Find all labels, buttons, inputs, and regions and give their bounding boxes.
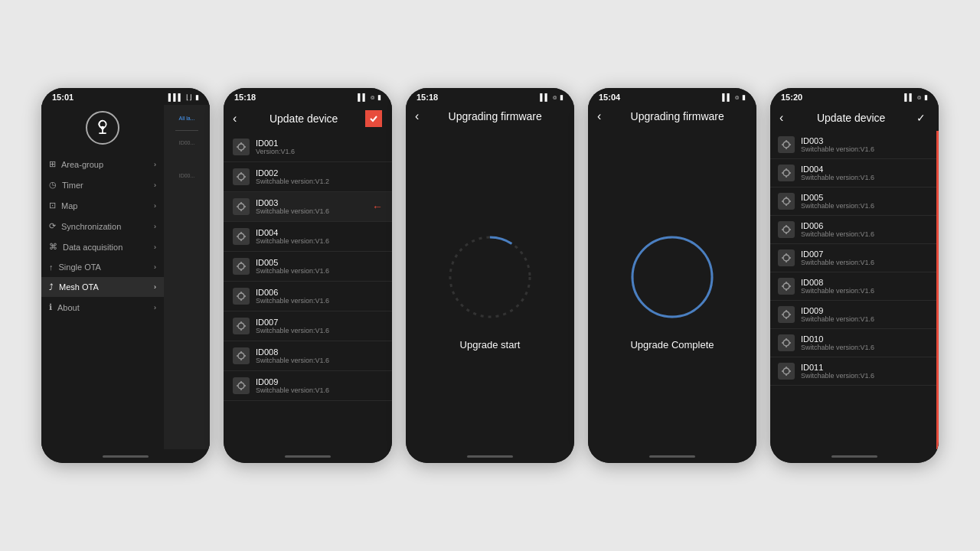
upgrade-content-3: Upgrade start [406,128,574,449]
phone5-item-4[interactable]: ID006 Switchable version:V1.6 [770,216,939,244]
menu-area-group[interactable]: ⊞ Area-group › [41,154,164,174]
back-button-3[interactable]: ‹ [415,109,419,123]
device-item-6[interactable]: ID006 Switchable version:V1.6 [224,282,392,311]
device-item-1[interactable]: ID001 Version:V1.6 [224,132,392,162]
device-item-8[interactable]: ID008 Switchable version:V1.6 [224,341,392,371]
device-version-1: Version:V1.6 [256,148,383,155]
device-icon-8 [233,347,250,364]
device-info-9: ID009 Switchable version:V1.6 [256,377,383,394]
svg-point-11 [450,237,530,317]
device-version-7: Switchable version:V1.6 [256,327,383,334]
time-4: 15:04 [599,93,620,102]
device-name-p5-8: ID010 [801,334,931,344]
device-version-p5-6: Switchable version:V1.6 [801,287,931,295]
home-indicator-3 [467,455,513,458]
phone5-item-8[interactable]: ID010 Switchable version:V1.6 [770,329,939,357]
signal-icon: ▌▌▌ [168,93,183,101]
check-button-5[interactable]: ✓ [913,109,929,126]
phone5-item-3[interactable]: ID005 Switchable version:V1.6 [770,187,939,216]
menu-timer[interactable]: ◷ Timer › [41,174,164,195]
phone5-item-7[interactable]: ID009 Switchable version:V1.6 [770,301,939,329]
side-panel-item4: ID00... [164,170,210,181]
area-group-label: Area-group [61,160,103,169]
progress-circle-4 [622,227,722,327]
svg-point-23 [783,368,789,374]
phone5: 15:20 ▌▌ ⌾ ▮ ‹ Update device ✓ ID003 Swi… [770,88,939,463]
status-icons-2: ▌▌ ⌾ ▮ [358,93,381,101]
red-arrow-icon: ← [372,201,383,213]
home-indicator-4 [649,455,695,458]
svg-point-19 [783,255,789,261]
device-version-p5-9: Switchable version:V1.6 [801,372,931,380]
menu-mesh-ota[interactable]: ⤴ Mesh OTA › [41,277,164,297]
signal-icon: ▌▌ [540,93,550,101]
home-indicator-1 [103,455,149,458]
wifi-icon: ⌾ [917,93,921,101]
device-item-4[interactable]: ID004 Switchable version:V1.6 [224,222,392,252]
device-item-3[interactable]: ID003 Switchable version:V1.6 ← [224,192,392,222]
menu-map[interactable]: ⊡ Map › [41,195,164,216]
svg-point-1 [101,126,105,130]
device-info-p5-9: ID011 Switchable version:V1.6 [801,363,931,380]
phone2-header: ‹ Update device [224,105,392,132]
battery-icon: ▮ [195,93,199,101]
device-item-7[interactable]: ID007 Switchable version:V1.6 [224,311,392,341]
svg-point-3 [238,174,244,180]
red-border-right [936,131,939,449]
device-icon-6 [233,288,250,305]
sync-icon: ⟳ [49,221,56,231]
device-item-2[interactable]: ID002 Switchable version:V1.2 [224,162,392,192]
light-icon [781,168,792,178]
sync-label: Synchronization [61,222,121,231]
device-icon-p5-4 [778,221,795,238]
svg-point-14 [632,237,712,317]
device-icon-4 [233,228,250,245]
device-icon-3 [233,198,250,215]
back-button-4[interactable]: ‹ [597,109,601,123]
device-item-5[interactable]: ID005 Switchable version:V1.6 [224,252,392,282]
status-icons-3: ▌▌ ⌾ ▮ [540,93,564,101]
chevron-icon: › [154,304,156,311]
about-label: About [57,303,80,312]
device-icon-p5-9 [778,363,795,380]
phone5-item-1[interactable]: ID003 Switchable version:V1.6 [770,131,939,159]
menu-single-ota[interactable]: ↑ Single OTA › [41,257,164,277]
device-info-5: ID005 Switchable version:V1.6 [256,258,383,275]
back-button-5[interactable]: ‹ [779,111,783,125]
device-version-6: Switchable version:V1.6 [256,297,383,305]
device-name-3: ID003 [256,198,366,207]
phone1-content: ⊞ Area-group › ◷ Timer › ⊡ Map › ⟳ Synch… [41,105,210,449]
signal-icon: ▌▌ [722,93,732,101]
menu-about[interactable]: ℹ About › [41,297,164,318]
back-button-2[interactable]: ‹ [233,112,237,126]
device-name-4: ID004 [256,228,383,237]
menu-sync[interactable]: ⟳ Synchronization › [41,216,164,236]
light-icon [236,171,247,182]
chevron-icon: › [154,181,156,189]
status-bar-2: 15:18 ▌▌ ⌾ ▮ [224,88,392,105]
check-box-2[interactable] [365,110,382,127]
bottom-bar-1 [41,449,210,463]
bottom-bar-4 [588,449,756,463]
device-item-9[interactable]: ID009 Switchable version:V1.6 [224,371,392,401]
menu-data[interactable]: ⌘ Data acquisition › [41,236,164,257]
phone5-item-2[interactable]: ID004 Switchable version:V1.6 [770,159,939,187]
light-icon [236,261,247,272]
phone5-item-6[interactable]: ID008 Switchable version:V1.6 [770,272,939,301]
status-icons-1: ▌▌▌ ⌊⌋ ▮ [168,93,199,101]
svg-point-6 [238,263,244,269]
light-icon [236,201,247,212]
device-name-p5-2: ID004 [801,165,931,174]
phone5-item-5[interactable]: ID007 Switchable version:V1.6 [770,244,939,272]
status-bar-4: 15:04 ▌▌ ⌾ ▮ [588,88,756,105]
check-button-2[interactable] [364,109,383,128]
phone4-header: ‹ Upgrading firmware [588,105,756,128]
device-name-1: ID001 [256,139,383,148]
light-icon [781,224,792,235]
phone5-item-9[interactable]: ID011 Switchable version:V1.6 [770,357,939,386]
device-info-6: ID006 Switchable version:V1.6 [256,288,383,305]
device-icon-2 [233,168,250,185]
phone3-title: Upgrading firmware [425,110,565,122]
status-bar-5: 15:20 ▌▌ ⌾ ▮ [770,88,939,105]
device-icon-1 [233,139,250,155]
